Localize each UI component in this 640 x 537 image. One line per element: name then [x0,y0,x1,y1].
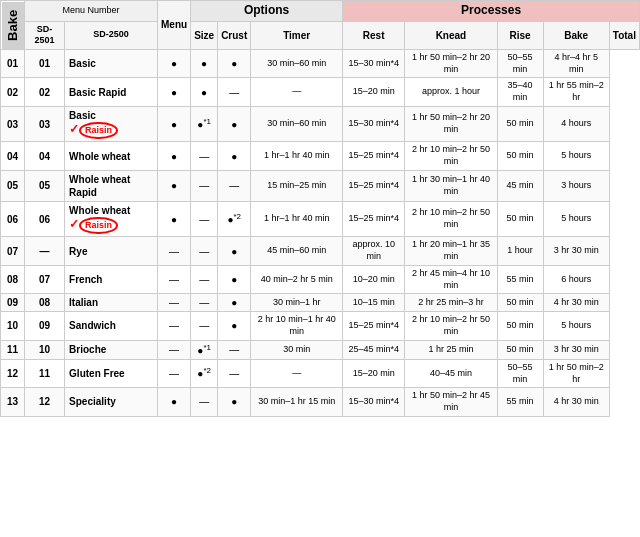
timer-cell: — [218,340,251,359]
rise-cell: 1 hr 50 min–2 hr 20 min [405,106,497,142]
knead-cell: 15–25 min*4 [343,170,405,201]
size-cell: — [158,312,191,340]
rise-cell: 1 hr 50 min–2 hr 20 min [405,49,497,77]
total-cell: 1 hr 55 min–2 hr [543,78,609,106]
rise-cell: 1 hr 50 min–2 hr 45 min [405,388,497,416]
rise-cell: approx. 1 hour [405,78,497,106]
crust-cell: ●*2 [191,359,218,387]
size-cell: — [158,237,191,265]
menu-number-header: Menu Number [24,1,157,22]
rise-cell: 1 hr 20 min–1 hr 35 min [405,237,497,265]
rest-cell: 1 hr–1 hr 40 min [251,142,343,170]
timer-cell: ● [218,388,251,416]
timer-cell: ● [218,49,251,77]
sd2501-cell: 06 [1,201,25,237]
knead-cell: 15–20 min [343,78,405,106]
bake-side-label: Bake [1,1,25,50]
sd2501-cell: 13 [1,388,25,416]
size-cell: ● [158,170,191,201]
bake-cell: 50 min [497,294,543,312]
total-cell: 3 hr 30 min [543,237,609,265]
table-row: 0303Basic✓Raisin●●*1●30 min–60 min15–30 … [1,106,640,142]
bake-cell: 50–55 min [497,359,543,387]
knead-cell: 15–20 min [343,359,405,387]
timer-cell: ● [218,312,251,340]
timer-cell: ● [218,237,251,265]
sd2501-cell: 12 [1,359,25,387]
crust-cell: — [191,388,218,416]
sd2500-cell: 01 [24,49,64,77]
bake-cell: 50 min [497,201,543,237]
timer-cell: ● [218,294,251,312]
rise-cell: 2 hr 10 min–2 hr 50 min [405,201,497,237]
total-cell: 4 hours [543,106,609,142]
size-cell: ● [158,78,191,106]
menu-cell: Rye [65,237,158,265]
bake-cell: 55 min [497,265,543,293]
size-header: Size [191,21,218,49]
size-cell: ● [158,142,191,170]
sd2501-cell: 10 [1,312,25,340]
menu-cell: Brioche [65,340,158,359]
rise-cell: 1 hr 25 min [405,340,497,359]
total-cell: 4 hr 30 min [543,388,609,416]
sd2500-cell: 10 [24,340,64,359]
check-mark: ✓ [69,217,79,231]
bake-cell: 55 min [497,388,543,416]
knead-header: Knead [405,21,497,49]
raisin-label: Raisin [79,217,118,235]
sd2500-cell: 04 [24,142,64,170]
table-row: 07—Rye——●45 min–60 minapprox. 10 min1 hr… [1,237,640,265]
size-cell: ● [158,201,191,237]
sd2501-cell: 08 [1,265,25,293]
menu-col-header: Menu [158,1,191,50]
menu-cell: Basic [65,49,158,77]
knead-cell: 15–25 min*4 [343,142,405,170]
knead-cell: 10–15 min [343,294,405,312]
menu-cell: Gluten Free [65,359,158,387]
rest-cell: 30 min–1 hr 15 min [251,388,343,416]
bake-cell: 50 min [497,106,543,142]
sd2501-cell: 11 [1,340,25,359]
bake-cell: 1 hour [497,237,543,265]
crust-cell: — [191,265,218,293]
rise-cell: 2 hr 10 min–2 hr 50 min [405,142,497,170]
size-cell: — [158,294,191,312]
rest-cell: 30 min–60 min [251,49,343,77]
table-row: 1110Brioche—●*1—30 min25–45 min*41 hr 25… [1,340,640,359]
timer-cell: ● [218,142,251,170]
raisin-label: Raisin [79,122,118,140]
size-cell: — [158,340,191,359]
sd2500-cell: 12 [24,388,64,416]
rest-cell: 15 min–25 min [251,170,343,201]
rest-cell: 30 min [251,340,343,359]
rise-cell: 2 hr 10 min–2 hr 50 min [405,312,497,340]
crust-header: Crust [218,21,251,49]
total-cell: 6 hours [543,265,609,293]
rise-cell: 1 hr 30 min–1 hr 40 min [405,170,497,201]
menu-cell: Whole wheat [65,142,158,170]
bake-cell: 50 min [497,312,543,340]
crust-cell: ● [191,78,218,106]
rest-cell: — [251,78,343,106]
table-row: 0807French——●40 min–2 hr 5 min10–20 min2… [1,265,640,293]
bake-cell: 50–55 min [497,49,543,77]
sd2500-header: SD-2500 [65,21,158,49]
sd2501-cell: 04 [1,142,25,170]
timer-cell: — [218,359,251,387]
knead-cell: 15–25 min*4 [343,312,405,340]
crust-cell: — [191,142,218,170]
size-cell: ● [158,49,191,77]
total-cell: 3 hr 30 min [543,340,609,359]
rest-cell: 40 min–2 hr 5 min [251,265,343,293]
rest-header: Rest [343,21,405,49]
crust-cell: — [191,294,218,312]
sd2501-cell: 01 [1,49,25,77]
rest-cell: 1 hr–1 hr 40 min [251,201,343,237]
sd2500-cell: 08 [24,294,64,312]
processes-header: Processes [343,1,640,22]
crust-cell: — [191,312,218,340]
knead-cell: approx. 10 min [343,237,405,265]
crust-cell: ● [191,49,218,77]
knead-cell: 15–30 min*4 [343,49,405,77]
